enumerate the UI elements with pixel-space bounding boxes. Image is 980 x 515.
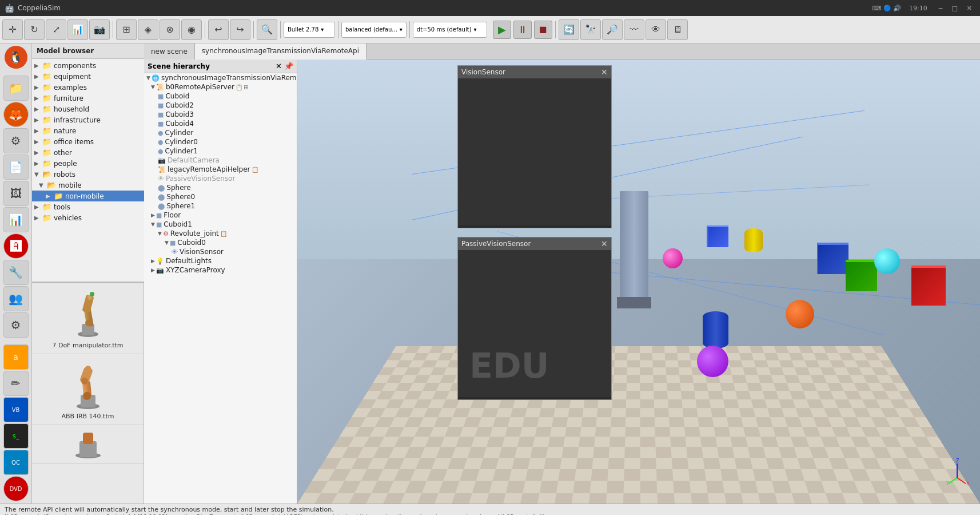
tree-item-equipment[interactable]: ▶ 📁 equipment xyxy=(32,71,144,82)
passive-vision-close-button[interactable]: ✕ xyxy=(601,239,608,248)
expand-vehicles[interactable]: ▶ xyxy=(34,215,41,221)
expand-examples[interactable]: ▶ xyxy=(34,84,41,90)
scene-root[interactable]: ▼ 🌐 synchronousImageTransmissionViaRemot… xyxy=(144,73,297,82)
rotate-object-button[interactable]: ↻ xyxy=(24,19,45,40)
expand-infrastructure[interactable]: ▶ xyxy=(34,117,41,123)
sidebar-icon-4[interactable]: 📄 xyxy=(3,154,29,180)
expand-office[interactable]: ▶ xyxy=(34,138,41,145)
firefox-icon[interactable]: 🦊 xyxy=(3,102,29,127)
minimize-button[interactable]: ─ xyxy=(935,3,946,13)
scene-xyzcamera[interactable]: ▶ 📷 XYZCameraProxy xyxy=(144,266,297,275)
user-icon[interactable]: 👥 xyxy=(3,286,29,311)
sensor-button[interactable]: ◉ xyxy=(181,19,202,40)
scene-cylinder0[interactable]: ● Cylinder0 xyxy=(144,137,297,146)
tree-item-other[interactable]: ▶ 📁 other xyxy=(32,147,144,158)
tree-item-people[interactable]: ▶ 📁 people xyxy=(32,158,144,169)
scene-passive-sensor[interactable]: 👁 PassiveVisionSensor xyxy=(144,174,297,183)
scene-cuboid[interactable]: ■ Cuboid xyxy=(144,92,297,101)
expand-root[interactable]: ▼ xyxy=(146,75,150,81)
path-button[interactable]: 〰 xyxy=(624,19,644,40)
expand-lights[interactable]: ▶ xyxy=(151,258,155,264)
expand-xyz[interactable]: ▶ xyxy=(151,267,155,273)
vision-sensor-window[interactable]: VisionSensor ✕ xyxy=(457,65,612,228)
maximize-button[interactable]: □ xyxy=(948,3,961,13)
rotate-camera-button[interactable]: 🔄 xyxy=(559,19,579,40)
scene-cuboid4[interactable]: ■ Cuboid4 xyxy=(144,119,297,128)
tree-item-vehicles[interactable]: ▶ 📁 vehicles xyxy=(32,212,144,223)
file-manager-icon[interactable]: 📁 xyxy=(3,76,29,101)
sidebar-icon-6[interactable]: 📊 xyxy=(3,207,29,232)
tree-item-robots[interactable]: ▼ 📂 robots xyxy=(32,169,144,180)
expand-b0server[interactable]: ▼ xyxy=(151,84,155,90)
text-editor-icon[interactable]: ✏ xyxy=(3,371,29,396)
tree-item-furniture[interactable]: ▶ 📁 furniture xyxy=(32,93,144,104)
passive-vision-sensor-window[interactable]: PassiveVisionSensor ✕ EDU xyxy=(457,237,612,400)
vision-sensor-close-button[interactable]: ✕ xyxy=(601,68,608,77)
pin-scene-hierarchy-button[interactable]: 📌 xyxy=(284,62,293,70)
amazon-icon[interactable]: a xyxy=(3,344,29,370)
dvd-icon[interactable]: DVD xyxy=(3,476,29,501)
stop-button[interactable]: ⏹ xyxy=(534,21,552,39)
sidebar-icon-3[interactable]: ⚙ xyxy=(3,128,29,153)
pause-button[interactable]: ⏸ xyxy=(513,21,532,39)
scene-defaultlights[interactable]: ▶ 💡 DefaultLights xyxy=(144,256,297,266)
dt-dropdown[interactable]: dt=50 ms (default) ▾ xyxy=(413,22,487,38)
expand-people[interactable]: ▶ xyxy=(34,160,41,167)
expand-non-mobile[interactable]: ▶ xyxy=(46,193,53,199)
scene-legacy-api[interactable]: 📜 legacyRemoteApiHelper 📋 xyxy=(144,165,297,174)
expand-other[interactable]: ▶ xyxy=(34,149,41,156)
scene-defaultcamera[interactable]: 📷 DefaultCamera xyxy=(144,156,297,165)
tree-item-examples[interactable]: ▶ 📁 examples xyxy=(32,82,144,93)
search-button[interactable]: 🔍 xyxy=(257,19,277,40)
scene-cuboid1[interactable]: ▼ ■ Cuboid1 xyxy=(144,220,297,229)
expand-floor[interactable]: ▶ xyxy=(151,212,155,218)
qc-icon[interactable]: QC xyxy=(3,450,29,475)
joint-button[interactable]: ⊗ xyxy=(160,19,180,40)
expand-household[interactable]: ▶ xyxy=(34,106,41,112)
resize-button[interactable]: ⤢ xyxy=(46,19,66,40)
close-button[interactable]: ✕ xyxy=(963,3,975,13)
expand-cuboid1[interactable]: ▼ xyxy=(151,221,155,227)
preview-3[interactable] xyxy=(32,425,144,464)
sidebar-icon-8[interactable]: 🔧 xyxy=(3,260,29,285)
scene-cylinder[interactable]: ● Cylinder xyxy=(144,128,297,137)
viewport[interactable]: X Y Z VisionSensor ✕ xyxy=(297,60,980,504)
tab-sync-image[interactable]: synchronousImageTransmissionViaRemoteApi xyxy=(195,43,366,60)
tree-item-household[interactable]: ▶ 📁 household xyxy=(32,104,144,114)
tree-item-office[interactable]: ▶ 📁 office items xyxy=(32,136,144,147)
zoom-button[interactable]: 🔎 xyxy=(602,19,623,40)
pan-camera-button[interactable]: 🔭 xyxy=(580,19,601,40)
scene-floor[interactable]: ▶ ■ Floor xyxy=(144,211,297,220)
scene-cylinder1[interactable]: ● Cylinder1 xyxy=(144,146,297,156)
expand-nature[interactable]: ▶ xyxy=(34,128,41,134)
object-properties-button[interactable]: 📊 xyxy=(67,19,88,40)
play-button[interactable]: ▶ xyxy=(493,21,511,39)
virtualbox-icon[interactable]: VB xyxy=(3,397,29,422)
settings-icon[interactable]: ⚙ xyxy=(3,312,29,338)
expand-mobile[interactable]: ▼ xyxy=(39,182,46,188)
scene-visionsensor[interactable]: 👁 VisionSensor xyxy=(144,247,297,256)
tree-item-mobile[interactable]: ▼ 📂 mobile xyxy=(32,180,144,191)
expand-tools[interactable]: ▶ xyxy=(34,204,41,210)
scene-sphere[interactable]: ⬤ Sphere xyxy=(144,183,297,192)
eye-button[interactable]: 👁 xyxy=(646,19,666,40)
scene-revolute[interactable]: ▼ ⚙ Revolute_joint 📋 xyxy=(144,229,297,238)
move-object-button[interactable]: ✛ xyxy=(2,19,23,40)
tree-item-infrastructure[interactable]: ▶ 📁 infrastructure xyxy=(32,114,144,125)
sidebar-icon-5[interactable]: 🖼 xyxy=(3,181,29,206)
preview-7dof[interactable]: 7 DoF manipulator.ttm xyxy=(32,283,144,354)
shape-button[interactable]: ◈ xyxy=(138,19,158,40)
expand-equipment[interactable]: ▶ xyxy=(34,73,41,80)
close-scene-hierarchy-button[interactable]: ✕ xyxy=(276,62,282,70)
sim-mode-dropdown[interactable]: balanced (defau... ▾ xyxy=(341,22,407,38)
redo-button[interactable]: ↪ xyxy=(230,19,250,40)
scene-sphere0[interactable]: ⬤ Sphere0 xyxy=(144,192,297,201)
preview-abb[interactable]: ABB IRB 140.ttm xyxy=(32,354,144,425)
ubuntu-icon[interactable]: 🐧 xyxy=(5,46,27,69)
tree-item-components[interactable]: ▶ 📁 components xyxy=(32,60,144,71)
expand-furniture[interactable]: ▶ xyxy=(34,95,41,101)
physics-engine-dropdown[interactable]: Bullet 2.78 ▾ xyxy=(284,22,335,38)
tab-new-scene[interactable]: new scene xyxy=(144,43,195,60)
tree-item-non-mobile[interactable]: ▶ 📁 non-mobile xyxy=(32,191,144,201)
expand-cuboid0[interactable]: ▼ xyxy=(165,240,169,245)
